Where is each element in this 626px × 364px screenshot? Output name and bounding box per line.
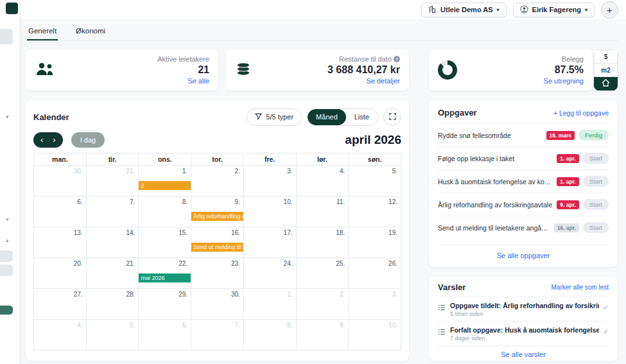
calendar-day-cell[interactable]: 22.mai 2026 (139, 258, 191, 289)
task-start-button[interactable]: Start (583, 222, 609, 233)
next-month-button[interactable]: › (53, 133, 55, 147)
calendar-day-cell[interactable]: 2. (296, 289, 349, 320)
help-icon[interactable]: ? (394, 56, 400, 62)
tab-okonomi[interactable]: Økonomi (74, 22, 107, 40)
calendar-day-header: søn. (349, 153, 401, 166)
calendar-day-cell[interactable]: 27. (34, 289, 87, 320)
mark-read-check-icon[interactable]: ✓ (604, 326, 609, 335)
sidebar-item[interactable] (0, 264, 13, 276)
calendar-day-cell[interactable]: 9.Årlig reforhandling a (191, 196, 244, 227)
calendar-day-cell[interactable]: 2. (191, 166, 244, 196)
task-row[interactable]: Følge opp lekkasje i taket1. apr.Start (438, 146, 609, 169)
currency-toggle-button[interactable]: $ (594, 49, 618, 64)
calendar-day-cell[interactable]: 12. (349, 196, 401, 227)
notification-row[interactable]: Forfalt oppgave: Husk å auomtaisk forlen… (438, 321, 609, 345)
calendar-day-cell[interactable]: 29. (139, 289, 191, 320)
task-row[interactable]: Rydde snø fellesområde16. marsFerdig (438, 123, 609, 146)
see-calculation-link[interactable]: Se utregning (544, 77, 584, 85)
fullscreen-button[interactable] (383, 108, 401, 126)
house-toggle-button[interactable] (594, 77, 618, 91)
sidebar-item[interactable] (0, 250, 13, 262)
task-row[interactable]: Send ut melding til leietakere angående … (438, 216, 609, 239)
task-row[interactable]: Årlig reforhandling av forsikringsavtale… (438, 193, 609, 216)
calendar-day-cell[interactable]: 17. (243, 227, 296, 258)
calendar-day-cell[interactable]: 23. (191, 258, 244, 289)
calendar-event[interactable]: Send ut melding til l (191, 243, 243, 252)
calendar-day-cell[interactable]: 31. (86, 166, 139, 196)
notification-row[interactable]: Oppgave tildelt: Årlig reforhandling av … (438, 297, 609, 321)
calendar-day-cell[interactable]: 30. (191, 289, 244, 320)
calendar-day-cell[interactable]: 10. (349, 320, 401, 351)
calendar-panel: Kalender 5/5 typer Måned Liste (26, 100, 409, 361)
calendar-day-cell[interactable]: 1.2 (139, 166, 191, 196)
calendar-day-cell[interactable]: 26. (349, 258, 401, 289)
month-view-button[interactable]: Måned (308, 109, 346, 125)
add-button[interactable]: + (601, 1, 618, 19)
calendar-day-cell[interactable]: 3. (349, 289, 401, 320)
topbar: Utleie Demo AS ▾ Eirik Fagereng ▾ + (19, 0, 626, 19)
task-status-badge[interactable]: Ferdig (578, 130, 609, 141)
add-task-link[interactable]: + Legg til oppgave (553, 109, 609, 117)
task-start-button[interactable]: Start (583, 153, 609, 164)
calendar-day-cell[interactable]: 24. (243, 258, 296, 289)
calendar-day-cell[interactable]: 4. (34, 320, 87, 351)
tasks-title: Oppgaver (438, 108, 477, 117)
chevron-up-icon[interactable]: ▴ (6, 238, 9, 243)
calendar-day-cell[interactable]: 21. (86, 258, 139, 289)
mark-read-check-icon[interactable]: ✓ (604, 302, 609, 311)
calendar-event[interactable]: Årlig reforhandling a (191, 212, 243, 221)
task-start-button[interactable]: Start (583, 176, 609, 187)
sidebar-item[interactable] (0, 306, 13, 315)
list-view-button[interactable]: Liste (346, 109, 378, 125)
mark-all-read-link[interactable]: Marker alle som lest (552, 284, 609, 291)
calendar-day-cell[interactable]: 20. (34, 258, 87, 289)
company-selector-button[interactable]: Utleie Demo AS ▾ (421, 3, 507, 17)
calendar-event[interactable]: 2 (139, 181, 191, 190)
calendar-day-cell[interactable]: 28. (86, 289, 139, 320)
calendar-day-cell[interactable]: 30. (34, 166, 87, 196)
user-menu-button[interactable]: Eirik Fagereng ▾ (513, 3, 595, 17)
see-all-tasks-link[interactable]: Se alle oppgaver (438, 245, 609, 267)
calendar-day-cell[interactable]: 3. (243, 166, 296, 196)
calendar-day-cell[interactable]: 6. (139, 320, 191, 351)
sidebar-item[interactable] (0, 29, 13, 44)
today-button[interactable]: I dag (71, 132, 105, 148)
calendar-day-cell[interactable]: 15. (139, 227, 191, 258)
calendar-day-cell[interactable]: 14. (86, 227, 139, 258)
calendar-day-cell[interactable]: 25. (296, 258, 349, 289)
calendar-day-header: fre. (243, 153, 296, 166)
calendar-day-cell[interactable]: 7. (86, 196, 139, 227)
app-logo[interactable] (6, 3, 18, 14)
calendar-day-cell[interactable]: 10. (243, 196, 296, 227)
see-all-notifications-link[interactable]: Se alle varsler (438, 345, 609, 364)
calendar-day-cell[interactable]: 4. (296, 166, 349, 196)
calendar-day-cell[interactable]: 16.Send ut melding til l (191, 227, 244, 258)
calendar-day-cell[interactable]: 8. (243, 320, 296, 351)
calendar-day-number: 4. (297, 166, 349, 175)
calendar-day-cell[interactable]: 13. (34, 227, 87, 258)
calendar-day-cell[interactable]: 5. (349, 166, 401, 196)
calendar-day-cell[interactable]: 11. (296, 196, 349, 227)
calendar-day-number: 1. (244, 289, 296, 298)
calendar-event[interactable]: mai 2026 (139, 273, 191, 282)
task-start-button[interactable]: Start (583, 199, 609, 210)
tab-generelt[interactable]: Generelt (27, 22, 58, 40)
calendar-day-cell[interactable]: 7. (191, 320, 244, 351)
chevron-down-icon[interactable]: ▾ (6, 114, 9, 120)
calendar-day-cell[interactable]: 8. (139, 196, 191, 227)
calendar-day-cell[interactable]: 5. (86, 320, 139, 351)
prev-month-button[interactable]: ‹ (40, 133, 43, 147)
calendar-day-cell[interactable]: 1. (243, 289, 296, 320)
area-toggle-button[interactable]: m2 (594, 64, 618, 77)
chevron-down-icon[interactable]: ▾ (6, 217, 9, 223)
calendar-day-number: 7. (87, 196, 139, 205)
calendar-day-cell[interactable]: 9. (296, 320, 349, 351)
calendar-day-cell[interactable]: 18. (296, 227, 349, 258)
notifications-panel: Varsler Marker alle som lest Oppgave til… (429, 277, 618, 361)
task-row[interactable]: Husk å auomtaisk forlengelse av kontrakt… (438, 169, 609, 193)
see-all-link[interactable]: Se alle (157, 77, 209, 85)
calendar-day-cell[interactable]: 6. (34, 196, 87, 227)
filter-button[interactable]: 5/5 typer (247, 108, 302, 126)
calendar-day-cell[interactable]: 19. (349, 227, 401, 258)
see-details-link[interactable]: Se detaljer (327, 77, 400, 85)
